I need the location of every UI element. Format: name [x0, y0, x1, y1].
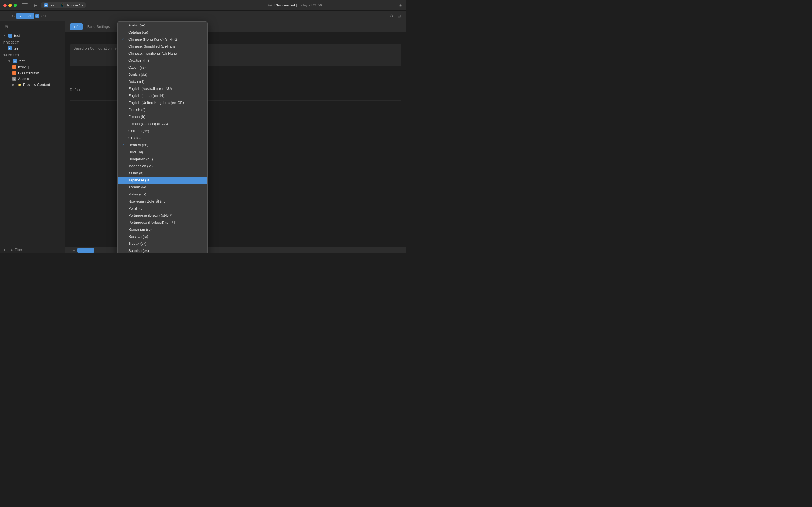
item-label-french-ca: French (Canada) (fr-CA) — [128, 122, 168, 126]
dropdown-item-german[interactable]: German (de) — [117, 127, 207, 134]
dropdown-item-english-gb[interactable]: English (United Kingdom) (en-GB) — [117, 99, 207, 106]
item-label-chinese-simplified: Chinese, Simplified (zh-Hans) — [128, 44, 177, 48]
dropdown-item-arabic[interactable]: Arabic (ar) — [117, 22, 207, 29]
item-label-spanish: Spanish (es) — [128, 248, 149, 252]
dropdown-item-chinese-traditional[interactable]: Chinese, Traditional (zh-Hant) — [117, 50, 207, 57]
item-label-portuguese-pt: Portuguese (Portugal) (pt-PT) — [128, 220, 176, 224]
language-dropdown-menu: Arabic (ar)Catalan (ca)✓Chinese (Hong Ko… — [117, 21, 207, 253]
item-label-portuguese-br: Portuguese (Brazil) (pt-BR) — [128, 213, 172, 217]
dropdown-item-greek[interactable]: Greek (el) — [117, 134, 207, 142]
item-label-dutch: Dutch (nl) — [128, 79, 144, 83]
dropdown-item-french[interactable]: French (fr) — [117, 113, 207, 120]
dropdown-item-japanese[interactable]: Japanese (ja) — [117, 177, 207, 184]
dropdown-item-finnish[interactable]: Finnish (fi) — [117, 106, 207, 113]
item-label-finnish: Finnish (fi) — [128, 108, 146, 112]
dropdown-item-romanian[interactable]: Romanian (ro) — [117, 226, 207, 233]
item-label-catalan: Catalan (ca) — [128, 30, 148, 34]
dropdown-item-malay[interactable]: Malay (ms) — [117, 191, 207, 198]
item-label-hungarian: Hungarian (hu) — [128, 157, 153, 161]
item-label-romanian: Romanian (ro) — [128, 227, 152, 231]
item-label-croatian: Croatian (hr) — [128, 58, 149, 62]
item-label-italian: Italian (it) — [128, 171, 143, 175]
item-label-japanese: Japanese (ja) — [128, 178, 151, 182]
item-label-chinese-hk: Chinese (Hong Kong) (zh-HK) — [128, 37, 177, 41]
item-label-greek: Greek (el) — [128, 136, 145, 140]
dropdown-item-norwegian[interactable]: Norwegian Bokmål (nb) — [117, 198, 207, 205]
dropdown-item-slovak[interactable]: Slovak (sk) — [117, 240, 207, 247]
item-label-slovak: Slovak (sk) — [128, 241, 146, 245]
dropdown-item-hindi[interactable]: Hindi (hi) — [117, 149, 207, 156]
dropdown-item-english-au[interactable]: English (Australia) (en-AU) — [117, 85, 207, 92]
item-label-arabic: Arabic (ar) — [128, 23, 146, 27]
dropdown-item-portuguese-pt[interactable]: Portuguese (Portugal) (pt-PT) — [117, 219, 207, 226]
dropdown-item-portuguese-br[interactable]: Portuguese (Brazil) (pt-BR) — [117, 212, 207, 219]
item-label-french: French (fr) — [128, 115, 146, 119]
dropdown-item-italian[interactable]: Italian (it) — [117, 170, 207, 177]
item-label-hebrew: Hebrew (he) — [128, 143, 149, 147]
item-label-english-au: English (Australia) (en-AU) — [128, 87, 172, 91]
check-mark-chinese-hk: ✓ — [122, 38, 126, 41]
dropdown-item-croatian[interactable]: Croatian (hr) — [117, 57, 207, 64]
item-label-english-in: English (India) (en-IN) — [128, 94, 164, 98]
item-label-norwegian: Norwegian Bokmål (nb) — [128, 199, 167, 203]
item-label-russian: Russian (ru) — [128, 234, 148, 238]
item-label-korean: Korean (ko) — [128, 185, 147, 189]
item-label-malay: Malay (ms) — [128, 192, 146, 196]
dropdown-item-polish[interactable]: Polish (pl) — [117, 205, 207, 212]
dropdown-item-indonesian[interactable]: Indonesian (id) — [117, 163, 207, 170]
dropdown-item-korean[interactable]: Korean (ko) — [117, 184, 207, 191]
dropdown-item-french-ca[interactable]: French (Canada) (fr-CA) — [117, 120, 207, 127]
check-mark-hebrew: ✓ — [122, 143, 126, 147]
dropdown-item-english-in[interactable]: English (India) (en-IN) — [117, 92, 207, 99]
dropdown-overlay[interactable]: Arabic (ar)Catalan (ca)✓Chinese (Hong Ko… — [0, 0, 406, 253]
item-label-danish: Danish (da) — [128, 72, 147, 76]
dropdown-item-chinese-hk[interactable]: ✓Chinese (Hong Kong) (zh-HK) — [117, 36, 207, 43]
dropdown-item-hungarian[interactable]: Hungarian (hu) — [117, 156, 207, 163]
item-label-hindi: Hindi (hi) — [128, 150, 143, 154]
dropdown-item-czech[interactable]: Czech (cs) — [117, 64, 207, 71]
dropdown-item-spanish[interactable]: Spanish (es) — [117, 247, 207, 253]
dropdown-item-danish[interactable]: Danish (da) — [117, 71, 207, 78]
item-label-czech: Czech (cs) — [128, 65, 146, 69]
item-label-german: German (de) — [128, 129, 149, 133]
dropdown-item-dutch[interactable]: Dutch (nl) — [117, 78, 207, 85]
dropdown-item-chinese-simplified[interactable]: Chinese, Simplified (zh-Hans) — [117, 43, 207, 50]
dropdown-item-hebrew[interactable]: ✓Hebrew (he) — [117, 142, 207, 149]
item-label-english-gb: English (United Kingdom) (en-GB) — [128, 101, 184, 105]
item-label-polish: Polish (pl) — [128, 206, 145, 210]
dropdown-item-catalan[interactable]: Catalan (ca) — [117, 29, 207, 36]
dropdown-item-russian[interactable]: Russian (ru) — [117, 233, 207, 240]
item-label-indonesian: Indonesian (id) — [128, 164, 153, 168]
item-label-chinese-traditional: Chinese, Traditional (zh-Hant) — [128, 51, 177, 55]
